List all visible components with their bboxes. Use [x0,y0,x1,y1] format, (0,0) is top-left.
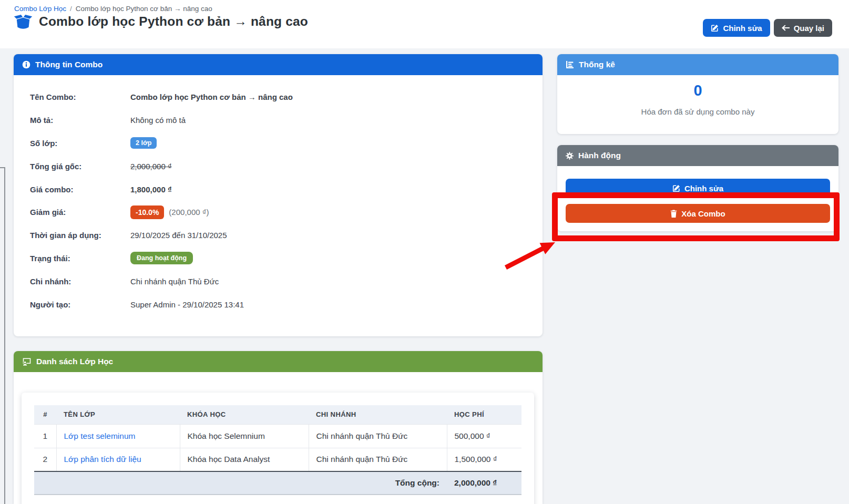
stats-header: Thống kê [557,54,838,75]
chalkboard-user-icon [22,358,32,366]
info-row-combo-price: Giá combo: 1,800,000 ₫ [30,178,527,201]
page-title: Combo lớp học Python cơ bản → nâng cao [14,14,308,29]
discount-badge: -10.0% [130,205,164,219]
back-button[interactable]: Quay lại [774,19,832,37]
breadcrumb-link-combo-list[interactable]: Combo Lớp Học [14,5,66,13]
class-list-header: Danh sách Lớp Học [14,351,543,372]
info-row-class-count: Số lớp: 2 lớp [30,132,527,155]
class-table-container: # TÊN LỚP KHÓA HỌC CHI NHÁNH HỌC PHÍ 1 L… [22,393,534,504]
class-list-title: Danh sách Lớp Học [36,357,113,366]
stats-title: Thống kê [579,60,615,69]
page-title-text: Combo lớp học Python cơ bản → nâng cao [39,14,308,29]
info-row-name: Tên Combo: Combo lớp học Python cơ bản →… [30,86,527,109]
class-link[interactable]: Lớp phân tích dữ liệu [64,455,141,464]
info-row-creator: Người tạo: Super Admin - 29/10/2025 13:4… [30,293,527,316]
description-value: Không có mô tả [130,116,186,125]
breadcrumb-current: Combo lớp học Python cơ bản → nâng cao [76,5,212,13]
actions-body: Chỉnh sửa Xóa Combo [557,166,838,231]
table-row: 2 Lớp phân tích dữ liệu Khóa học Data An… [34,448,521,471]
table-row: 1 Lớp test seleminum Khóa học Selemnium … [34,424,521,448]
class-table: # TÊN LỚP KHÓA HỌC CHI NHÁNH HỌC PHÍ 1 L… [34,405,521,495]
header-buttons: Chỉnh sửa Quay lại [703,19,832,37]
combo-info-card: Thông tin Combo Tên Combo: Combo lớp học… [14,54,543,336]
info-row-period: Thời gian áp dụng: 29/10/2025 đến 31/10/… [30,224,527,247]
creator-value: Super Admin - 29/10/2025 13:41 [130,300,244,309]
class-table-footer-row: Tổng cộng: 2,000,000 ₫ [34,471,521,495]
class-count-badge: 2 lớp [130,137,157,149]
class-list-card: Danh sách Lớp Học # TÊN LỚP KHÓA HỌC CHI… [14,351,543,504]
col-header-branch: CHI NHÁNH [309,405,447,424]
status-badge: Đang hoạt động [130,252,193,264]
combo-info-title: Thông tin Combo [35,60,103,69]
edit-button[interactable]: Chỉnh sửa [703,19,770,37]
combo-name-value: Combo lớp học Python cơ bản → nâng cao [130,92,293,101]
breadcrumb: Combo Lớp Học / Combo lớp học Python cơ … [14,5,212,13]
class-link[interactable]: Lớp test seleminum [64,431,136,440]
box-open-icon [14,15,33,29]
combo-price-value: 1,800,000 ₫ [130,185,172,194]
trash-icon [670,210,677,218]
combo-info-body: Tên Combo: Combo lớp học Python cơ bản →… [14,75,543,316]
combo-info-header: Thông tin Combo [14,54,543,75]
actions-header: Hành động [557,145,838,166]
original-price-value: 2,000,000 ₫ [130,162,172,171]
col-header-class-name: TÊN LỚP [56,405,180,424]
edit-combo-button[interactable]: Chỉnh sửa [566,179,830,198]
class-table-header-row: # TÊN LỚP KHÓA HỌC CHI NHÁNH HỌC PHÍ [34,405,521,424]
invoice-count-caption: Hóa đơn đã sử dụng combo này [557,107,838,116]
discount-amount: (200,000 ₫) [169,208,209,217]
col-header-index: # [34,405,56,424]
arrow-left-icon [782,25,790,31]
actions-title: Hành động [578,151,621,160]
invoice-count: 0 [557,82,838,99]
delete-combo-button[interactable]: Xóa Combo [566,204,830,223]
bar-chart-icon [566,60,574,69]
info-circle-icon [22,60,30,69]
actions-card: Hành động Chỉnh sửa Xóa Combo [557,145,838,231]
col-header-course: KHÓA HỌC [180,405,309,424]
stats-card: Thống kê 0 Hóa đơn đã sử dụng combo này [557,54,838,134]
col-header-fee: HỌC PHÍ [447,405,521,424]
breadcrumb-separator: / [70,5,72,13]
pencil-square-icon [711,24,719,32]
gear-icon [566,152,574,160]
total-value: 2,000,000 ₫ [447,471,521,495]
left-edge-line [4,167,5,504]
info-row-discount: Giảm giá: -10.0% (200,000 ₫) [30,201,527,224]
info-row-original-price: Tổng giá gốc: 2,000,000 ₫ [30,155,527,178]
stats-body: 0 Hóa đơn đã sử dụng combo này [557,75,838,116]
info-row-branch: Chi nhánh: Chi nhánh quận Thủ Đức [30,270,527,293]
period-value: 29/10/2025 đến 31/10/2025 [130,231,227,240]
branch-value: Chi nhánh quận Thủ Đức [130,277,219,286]
pencil-square-icon [672,184,680,192]
total-label: Tổng cộng: [34,471,447,495]
class-list-body: # TÊN LỚP KHÓA HỌC CHI NHÁNH HỌC PHÍ 1 L… [14,372,543,504]
info-row-status: Trạng thái: Đang hoạt động [30,247,527,270]
info-row-description: Mô tả: Không có mô tả [30,109,527,132]
left-edge-line-top [0,167,5,168]
